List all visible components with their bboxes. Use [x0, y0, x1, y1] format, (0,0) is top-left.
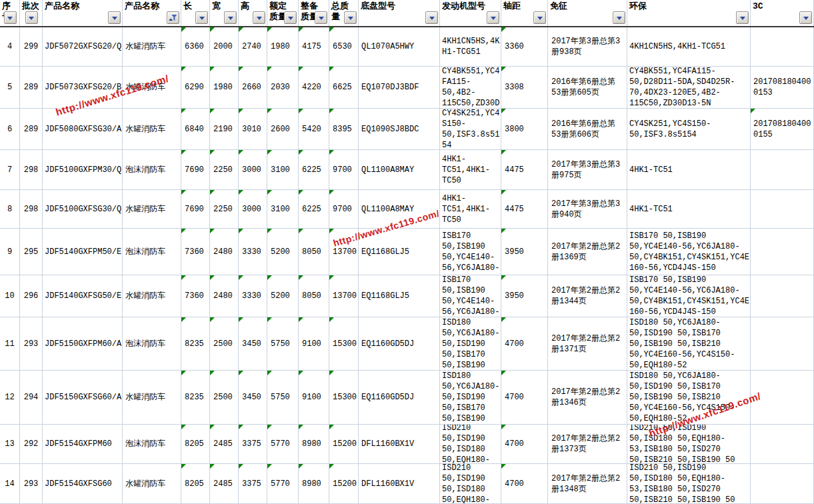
- cell-curb_mass-row13[interactable]: 8980: [299, 425, 329, 464]
- cell-engine-row13[interactable]: ISD210 50,ISD190 50,ISD180 50,EQH180-: [440, 425, 501, 464]
- cell-height-row12[interactable]: 3450: [239, 371, 267, 425]
- cell-length-row9[interactable]: 7360: [181, 229, 210, 275]
- cell-height-row7[interactable]: 3000: [239, 150, 267, 190]
- cell-chassis-row12[interactable]: EQ1160GD5DJ: [359, 371, 440, 425]
- cell-engine-row9[interactable]: ISB170 50,ISB190 50,YC4E140- 56,YC6JA180…: [440, 229, 501, 275]
- cell-height-row8[interactable]: 3000: [239, 190, 267, 229]
- cell-batch-row8[interactable]: 298: [20, 190, 43, 229]
- cell-width-row7[interactable]: 2250: [210, 150, 239, 190]
- cell-c3-row14[interactable]: [751, 464, 814, 504]
- cell-engine-row8[interactable]: 4HK1- TC51,4HK1- TC50: [440, 190, 501, 229]
- cell-height-row4[interactable]: 2740: [239, 27, 267, 67]
- cell-engine-row10[interactable]: ISB170 50,ISB190 50,YC4E140- 56,YC6JA180…: [440, 275, 501, 317]
- cell-curb_mass-row4[interactable]: 4175: [299, 27, 329, 67]
- cell-width-row4[interactable]: 2000: [210, 27, 239, 67]
- cell-engine-row12[interactable]: ISD180 50,YC6JA180- 50,ISD190 50,ISB170 …: [440, 371, 501, 425]
- cell-env-row9[interactable]: ISB170 50,ISB190 50,YC4E140-56,YC6JA180-…: [627, 229, 751, 275]
- cell-curb_mass-row14[interactable]: 8980: [299, 464, 329, 504]
- cell-rated_mass-row5[interactable]: 2030: [267, 67, 299, 109]
- cell-total_mass-row7[interactable]: 9700: [329, 150, 359, 190]
- cell-batch-row10[interactable]: 296: [20, 275, 43, 317]
- cell-seq-row14[interactable]: 14: [0, 464, 20, 504]
- cell-total_mass-row13[interactable]: 15200: [329, 425, 359, 464]
- cell-product_name-row7[interactable]: 泡沫消防车: [123, 150, 181, 190]
- cell-product_name-row4[interactable]: 水罐消防车: [123, 27, 181, 67]
- cell-env-row14[interactable]: ISD210 50,ISD190 50,ISD180 50,EQH180- 53…: [627, 464, 751, 504]
- cell-env-row13[interactable]: ISD210 50,ISD190 50,ISD180 50,EQH180- 53…: [627, 425, 751, 464]
- cell-engine-row11[interactable]: ISD180 50,YC6JA180- 50,ISD190 50,ISB170 …: [440, 317, 501, 371]
- cell-env-row12[interactable]: ISD180 50,YC6JA180- 50,ISD190 50,ISB170 …: [627, 371, 751, 425]
- cell-exempt-row10[interactable]: 2017年第2册总第2 册1344页: [548, 275, 627, 317]
- cell-c3-row8[interactable]: [751, 190, 814, 229]
- cell-wheelbase-row5[interactable]: 3308: [501, 67, 548, 109]
- cell-wheelbase-row7[interactable]: 4475: [501, 150, 548, 190]
- cell-seq-row8[interactable]: 8: [0, 190, 20, 229]
- cell-c3-row7[interactable]: [751, 150, 814, 190]
- cell-seq-row4[interactable]: 4: [0, 27, 20, 67]
- cell-product_code-row11[interactable]: JDF5150GXFPM60/A: [43, 317, 123, 371]
- filter-dropdown-button-length[interactable]: [195, 11, 208, 24]
- cell-wheelbase-row13[interactable]: 4700: [501, 425, 548, 464]
- cell-batch-row5[interactable]: 289: [20, 67, 43, 109]
- cell-curb_mass-row7[interactable]: 6225: [299, 150, 329, 190]
- filter-dropdown-button-height[interactable]: [253, 11, 265, 24]
- cell-product_name-row9[interactable]: 泡沫消防车: [123, 229, 181, 275]
- cell-chassis-row7[interactable]: QL1100A8MAY: [359, 150, 440, 190]
- cell-batch-row6[interactable]: 289: [20, 109, 43, 150]
- cell-engine-row7[interactable]: 4HK1- TC51,4HK1- TC50: [440, 150, 501, 190]
- cell-chassis-row6[interactable]: EQ1090SJ8BDC: [359, 109, 440, 150]
- cell-width-row5[interactable]: 1980: [210, 67, 239, 109]
- cell-height-row5[interactable]: 2660: [239, 67, 267, 109]
- cell-product_code-row6[interactable]: JDF5080GXFSG30/A: [43, 109, 123, 150]
- cell-width-row8[interactable]: 2250: [210, 190, 239, 229]
- cell-batch-row4[interactable]: 299: [20, 27, 43, 67]
- filter-active-button-product_name[interactable]: [167, 11, 179, 24]
- cell-curb_mass-row8[interactable]: 6225: [299, 190, 329, 229]
- cell-env-row8[interactable]: 4HK1-TC51: [627, 190, 751, 229]
- cell-length-row11[interactable]: 8235: [181, 317, 210, 371]
- cell-height-row10[interactable]: 3330: [239, 275, 267, 317]
- filter-dropdown-button-c3[interactable]: [799, 11, 812, 24]
- cell-total_mass-row12[interactable]: 15300: [329, 371, 359, 425]
- cell-chassis-row9[interactable]: EQ1168GLJ5: [359, 229, 440, 275]
- cell-product_name-row5[interactable]: 水罐消防车: [123, 67, 181, 109]
- cell-length-row14[interactable]: 8205: [181, 464, 210, 504]
- cell-wheelbase-row10[interactable]: 3950: [501, 275, 548, 317]
- cell-batch-row14[interactable]: 293: [20, 464, 43, 504]
- cell-exempt-row14[interactable]: 2017年第2册总第2 册1348页: [548, 464, 627, 504]
- cell-engine-row4[interactable]: 4KH1CN5HS,4K H1-TCG51: [440, 27, 501, 67]
- cell-length-row6[interactable]: 6840: [181, 109, 210, 150]
- filter-dropdown-button-wheelbase[interactable]: [533, 11, 546, 24]
- filter-dropdown-button-rated_mass[interactable]: [284, 11, 297, 24]
- cell-product_code-row12[interactable]: JDF5150GXFSG60/A: [43, 371, 123, 425]
- cell-batch-row11[interactable]: 293: [20, 317, 43, 371]
- cell-length-row7[interactable]: 7690: [181, 150, 210, 190]
- cell-batch-row7[interactable]: 298: [20, 150, 43, 190]
- cell-width-row14[interactable]: 2485: [210, 464, 239, 504]
- cell-height-row9[interactable]: 3330: [239, 229, 267, 275]
- cell-wheelbase-row11[interactable]: 4700: [501, 317, 548, 371]
- cell-product_name-row8[interactable]: 水罐消防车: [123, 190, 181, 229]
- filter-dropdown-button-total_mass[interactable]: [344, 11, 357, 24]
- cell-length-row12[interactable]: 8235: [181, 371, 210, 425]
- cell-total_mass-row8[interactable]: 9700: [329, 190, 359, 229]
- cell-length-row4[interactable]: 6360: [181, 27, 210, 67]
- cell-exempt-row5[interactable]: 2016年第6册总第 53册第605页: [548, 67, 627, 109]
- cell-exempt-row9[interactable]: 2017年第2册总第2 册1369页: [548, 229, 627, 275]
- cell-length-row10[interactable]: 7360: [181, 275, 210, 317]
- cell-height-row6[interactable]: 3010: [239, 109, 267, 150]
- cell-width-row13[interactable]: 2485: [210, 425, 239, 464]
- cell-rated_mass-row7[interactable]: 3100: [267, 150, 299, 190]
- cell-chassis-row13[interactable]: DFL1160BX1V: [359, 425, 440, 464]
- cell-curb_mass-row12[interactable]: 9100: [299, 371, 329, 425]
- cell-engine-row6[interactable]: CY4SK251,YC4 S150- 50,ISF3.8s51 54: [440, 109, 501, 150]
- filter-dropdown-button-env[interactable]: [736, 11, 749, 24]
- cell-env-row11[interactable]: ISD180 50,YC6JA180- 50,ISD190 50,ISB170 …: [627, 317, 751, 371]
- cell-rated_mass-row8[interactable]: 3100: [267, 190, 299, 229]
- cell-curb_mass-row11[interactable]: 9100: [299, 317, 329, 371]
- cell-seq-row10[interactable]: 10: [0, 275, 20, 317]
- cell-wheelbase-row14[interactable]: 4700: [501, 464, 548, 504]
- filter-dropdown-button-exempt[interactable]: [613, 11, 625, 24]
- cell-product_name-row14[interactable]: 水罐消防车: [123, 464, 181, 504]
- cell-batch-row12[interactable]: 294: [20, 371, 43, 425]
